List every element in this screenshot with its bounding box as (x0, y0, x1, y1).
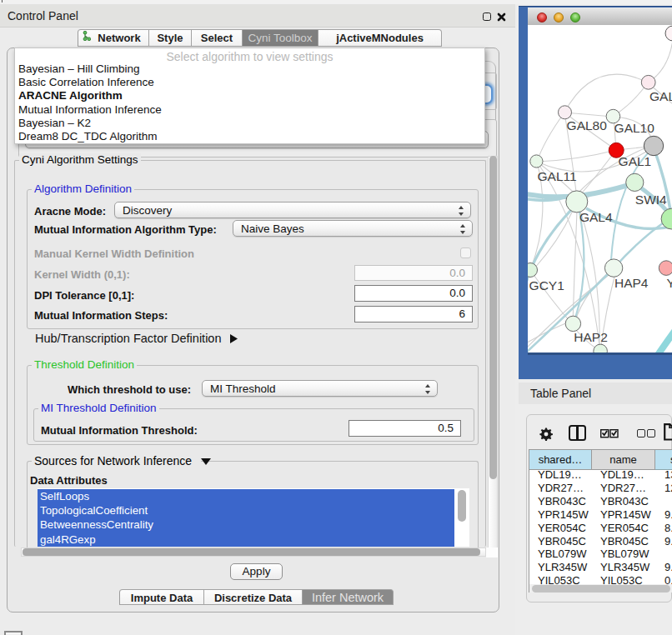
svg-text:GAL10: GAL10 (614, 121, 655, 135)
svg-text:GAL11: GAL11 (538, 169, 577, 183)
svg-text:SWI4: SWI4 (635, 192, 667, 207)
svg-text:GAL80: GAL80 (567, 118, 608, 132)
svg-text:HAP4: HAP4 (614, 276, 649, 290)
svg-text:GAL7: GAL7 (649, 89, 672, 103)
svg-text:Y: Y (667, 276, 672, 290)
svg-text:GAL4: GAL4 (579, 210, 613, 224)
svg-text:HAP2: HAP2 (574, 330, 608, 344)
svg-text:GCY1: GCY1 (529, 278, 564, 292)
svg-text:GAL1: GAL1 (619, 154, 652, 168)
